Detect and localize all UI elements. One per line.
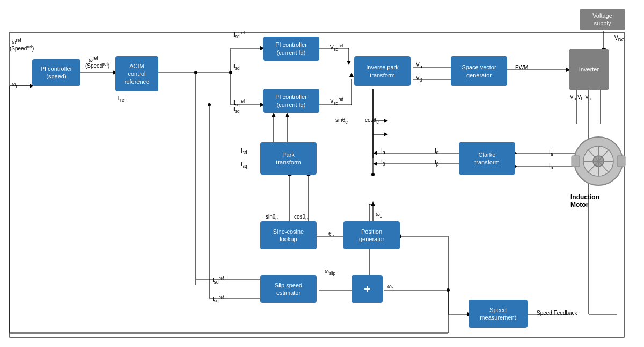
svg-marker-17 [349, 73, 354, 77]
svg-point-71 [194, 71, 197, 74]
i-beta-top-label: Iβ [381, 160, 385, 167]
isd-park-label: Isd [241, 148, 247, 155]
svg-marker-36 [373, 162, 377, 166]
isd-ref-bot-label: Isdref [213, 276, 224, 285]
svg-point-79 [371, 173, 375, 176]
t-ref-label: Tref [117, 95, 126, 103]
plus-block: + [352, 275, 383, 303]
svg-rect-95 [617, 156, 625, 167]
svg-marker-34 [373, 151, 377, 155]
svg-rect-0 [10, 32, 624, 337]
pi-iq-block: PI controller(current Iq) [263, 89, 319, 113]
va-vb-vc-label: Va Vb Vc [570, 94, 591, 102]
isq-park-label: Isq [241, 161, 247, 169]
speed-feedback-label: Speed Feedback [537, 310, 577, 316]
cos-theta-top-label: cosθe [365, 117, 379, 125]
omega-slip-label: ωslip [325, 269, 335, 276]
ib-label: Ib [549, 163, 553, 170]
voltage-supply-block: Voltagesupply [580, 9, 625, 30]
svg-marker-81 [384, 119, 388, 123]
vsq-ref-label: Vsqref [330, 97, 343, 106]
svg-marker-48 [371, 201, 375, 206]
svg-point-75 [208, 103, 211, 106]
isd-label: Isd [233, 63, 240, 71]
speed-meas-block: Speedmeasurement [469, 300, 528, 328]
v-alpha-label: Vα [416, 62, 422, 69]
theta-e-label: θe [328, 231, 334, 238]
position-gen-block: Positiongenerator [343, 221, 400, 249]
vsd-ref-label: Vsdref [330, 43, 343, 52]
acim-block: ACIMcontrolreference [115, 56, 158, 91]
v-beta-label: Vβ [416, 75, 422, 83]
svg-point-7 [229, 71, 232, 74]
park-block: Parktransform [260, 142, 317, 175]
svg-marker-83 [384, 132, 388, 136]
sin-theta-bot-label: sinθe [266, 214, 278, 221]
isq-label: Isq [233, 106, 240, 114]
clarke-block: Clarketransform [459, 142, 515, 175]
sin-theta-top-label: sinθe [335, 117, 348, 125]
inverse-park-block: Inverse parktransform [354, 56, 411, 86]
svg-rect-94 [572, 156, 580, 167]
induction-motor [569, 129, 628, 188]
connection-lines [0, 0, 644, 347]
speed-ref-label: (Speedref) [10, 44, 34, 52]
i-alpha-bot-label: Iα [435, 148, 439, 155]
omega-r-label: ωr [12, 82, 18, 89]
isd-ref-top-label: Isdref [233, 30, 245, 39]
pi-id-block: PI controller(current Id) [263, 37, 319, 61]
i-alpha-top-label: Iα [381, 148, 385, 155]
svgen-block: Space vectorgenerator [451, 56, 507, 86]
cos-theta-bot-label: cosθe [294, 214, 308, 221]
induction-motor-label: InductionMotor [570, 193, 599, 208]
omega-e-label: ωe [376, 211, 382, 219]
slip-speed-block: Slip speedestimator [260, 275, 317, 303]
svg-marker-44 [285, 113, 289, 117]
i-beta-bot-label: Iβ [435, 160, 439, 167]
pwm-label: PWM [515, 64, 528, 70]
svg-marker-42 [272, 113, 276, 117]
speed-ref2-label: (Speedref) [85, 61, 109, 69]
svg-point-56 [447, 288, 450, 292]
isq-ref-bot-label: Isqref [213, 294, 224, 303]
omega-r-out-label: ωr [387, 284, 393, 291]
diagram-container: PI controller (speed) ACIMcontrolreferen… [0, 0, 644, 347]
inverter-block: Inverter [569, 49, 609, 90]
pi-speed-block: PI controller (speed) [32, 59, 80, 86]
sine-cosine-block: Sine-cosinelookup [260, 221, 317, 249]
vdc-label: VDC [614, 35, 625, 42]
ia-label: Ia [549, 149, 553, 157]
svg-marker-14 [347, 61, 351, 65]
